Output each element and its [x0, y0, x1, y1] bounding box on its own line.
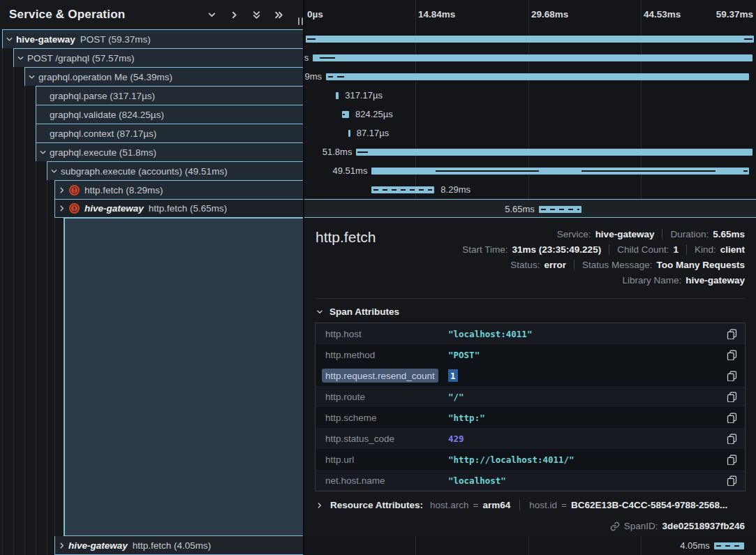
service-name: hive-gateway — [84, 203, 144, 214]
attribute-row[interactable]: http.method"POST" — [316, 344, 745, 365]
timeline-tick: 0µs — [307, 9, 323, 20]
span-label: http.fetch (5.65ms) — [149, 203, 228, 214]
attribute-row[interactable]: http.scheme"http:" — [316, 407, 745, 428]
copy-icon[interactable] — [727, 434, 737, 444]
equals-sign: = — [561, 500, 567, 510]
timeline-row[interactable]: 8.29ms — [304, 180, 756, 199]
span-duration-bar[interactable] — [714, 542, 744, 549]
span-duration-bar[interactable] — [313, 54, 753, 61]
selected-span-expanded-area — [64, 218, 303, 536]
double-chevron-right-icon[interactable] — [273, 9, 285, 21]
meta-label: Child Count: — [617, 244, 669, 255]
footer-timeline-row: 4.05ms — [304, 536, 756, 555]
service-name: hive-gateway — [68, 540, 128, 551]
timeline-tick: 44.53ms — [644, 9, 681, 20]
span-label: graphql.validate (824.25µs) — [50, 110, 164, 120]
chevron-down-icon[interactable] — [49, 168, 59, 175]
span-tree-row[interactable]: graphql.validate (824.25µs) — [36, 105, 303, 124]
copy-icon[interactable] — [727, 329, 737, 339]
span-tree-row[interactable]: graphql.context (87.17µs) — [36, 124, 303, 142]
span-tree-row[interactable]: hive-gatewayhttp.fetch (4.05ms) — [54, 536, 303, 555]
attribute-value: "http://localhost:4011/" — [448, 454, 727, 465]
resource-divider — [519, 500, 520, 510]
attribute-row[interactable]: http.request.resend_count1 — [316, 365, 745, 386]
timeline-row[interactable]: 87.17µs — [304, 124, 756, 142]
copy-icon[interactable] — [727, 350, 737, 360]
tree-header: Service & Operation — [0, 0, 303, 29]
span-tree-row[interactable]: hive-gatewayPOST (59.37ms) — [2, 29, 303, 48]
timeline-row[interactable]: 54.39ms — [304, 67, 756, 86]
timeline-row[interactable]: 824.25µs — [304, 105, 756, 124]
bar-gap-segment — [343, 114, 346, 116]
attribute-row[interactable]: http.host"localhost:4011" — [316, 323, 745, 344]
meta-value: error — [544, 260, 566, 270]
resource-value: arm64 — [482, 500, 510, 510]
span-duration-bar[interactable] — [371, 186, 434, 193]
chevron-down-icon[interactable] — [38, 149, 48, 156]
span-duration-label: 8.29ms — [440, 184, 470, 195]
chevron-down-icon[interactable] — [15, 54, 26, 62]
timeline-row[interactable]: 49.51ms — [304, 161, 756, 180]
meta-label: Service: — [557, 229, 591, 239]
attribute-value: "localhost:4011" — [448, 329, 727, 339]
timeline-row[interactable]: 5.65ms — [304, 199, 756, 218]
double-chevron-down-icon[interactable] — [251, 9, 262, 21]
chevron-right-icon[interactable] — [57, 205, 67, 212]
span-duration-bar[interactable] — [348, 130, 350, 137]
span-duration-label: 4.05ms — [680, 540, 710, 551]
copy-icon[interactable] — [727, 413, 737, 423]
timeline-row[interactable] — [304, 29, 756, 48]
resource-attributes-row[interactable]: Resource Attributes: host.arch=arm64host… — [316, 500, 727, 510]
span-attributes-header[interactable]: Span Attributes — [316, 306, 399, 317]
bar-gap-segment — [337, 76, 344, 78]
panel-resize-handle[interactable] — [298, 17, 303, 25]
span-label: http.fetch (4.05ms) — [133, 540, 212, 551]
span-tree-row[interactable]: graphql.parse (317.17µs) — [36, 86, 303, 105]
meta-value: 5.65ms — [713, 229, 745, 239]
error-icon — [69, 185, 80, 195]
attribute-value: 429 — [448, 434, 727, 444]
details-divider — [316, 298, 745, 299]
attribute-key: http.route — [316, 392, 448, 402]
span-tree-row[interactable]: http.fetch (8.29ms) — [54, 180, 303, 199]
span-duration-bar[interactable] — [356, 149, 753, 156]
span-duration-bar[interactable] — [539, 206, 581, 213]
span-label: http.fetch (8.29ms) — [84, 185, 163, 195]
copy-icon[interactable] — [727, 475, 737, 486]
attribute-row[interactable]: http.route"/" — [316, 386, 745, 407]
timeline-row[interactable]: 317.17µs — [304, 86, 756, 105]
timeline-row[interactable]: 4.05ms — [304, 536, 756, 555]
copy-icon[interactable] — [727, 371, 737, 381]
span-tree-row[interactable]: graphql.execute (51.8ms) — [36, 142, 303, 161]
timeline-row[interactable]: 57.57ms — [304, 48, 756, 67]
chevron-right-icon[interactable] — [57, 542, 67, 549]
attribute-row[interactable]: http.url"http://localhost:4011/" — [316, 449, 745, 470]
copy-icon[interactable] — [727, 392, 737, 402]
timeline-row[interactable]: 51.8ms — [304, 142, 756, 161]
span-tree-row[interactable]: subgraph.execute (accounts) (49.51ms) — [47, 161, 303, 180]
chevron-down-icon[interactable] — [4, 36, 15, 43]
span-meta: Service:hive-gatewayDuration:5.65msStart… — [462, 226, 745, 288]
meta-value: hive-gateway — [685, 275, 745, 286]
attribute-row[interactable]: net.host.name"localhost" — [316, 470, 745, 491]
span-duration-label: 54.39ms — [304, 71, 322, 82]
attribute-row[interactable]: http.status_code429 — [316, 428, 745, 449]
meta-label: Status: — [510, 260, 540, 270]
timeline-panel: 0µs14.84ms29.68ms44.53ms59.37ms 57.57ms5… — [304, 0, 756, 555]
attribute-value: "/" — [448, 392, 727, 402]
attribute-value: "http:" — [448, 413, 727, 423]
chevron-right-icon[interactable] — [228, 9, 240, 21]
span-tree-row[interactable]: POST /graphql (57.57ms) — [13, 48, 303, 67]
chevron-right-icon[interactable] — [57, 186, 67, 194]
indent-guide — [24, 29, 25, 555]
span-tree-row[interactable]: hive-gatewayhttp.fetch (5.65ms) — [54, 199, 303, 218]
meta-value: hive-gateway — [595, 229, 655, 239]
tree-header-icons — [206, 0, 285, 29]
chevron-down-icon[interactable] — [27, 73, 37, 81]
span-tree-row[interactable]: graphql.operation Me (54.39ms) — [24, 67, 303, 86]
span-duration-bar[interactable] — [336, 92, 339, 99]
copy-icon[interactable] — [727, 454, 737, 465]
chevron-down-icon[interactable] — [206, 9, 218, 21]
span-duration-bar[interactable] — [306, 36, 754, 43]
span-duration-bar[interactable] — [326, 73, 749, 80]
